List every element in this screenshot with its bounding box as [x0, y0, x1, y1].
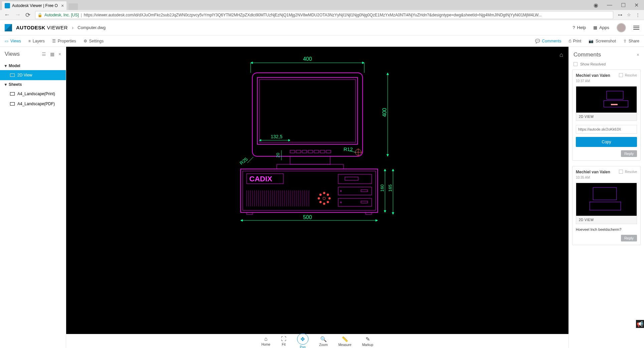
feedback-tab[interactable]: 📢 [636, 320, 644, 328]
comments-panel-title: Comments [573, 51, 601, 58]
nav-markup[interactable]: ✎Markup [362, 336, 373, 347]
layers-icon: ≡ [28, 39, 31, 43]
help-button[interactable]: ?Help [572, 25, 586, 30]
svg-text:CADIX: CADIX [249, 175, 272, 183]
tree-item-sheet-print[interactable]: A4_Landscape(Print) [0, 89, 66, 99]
maximize-icon[interactable]: ☐ [621, 2, 626, 8]
list-icon[interactable]: ☰ [42, 51, 46, 57]
checkbox-icon [573, 62, 577, 66]
svg-point-65 [323, 197, 326, 200]
svg-text:400: 400 [303, 56, 312, 62]
share-button[interactable]: ⇪Share [623, 39, 639, 43]
comment-time: 10:35 AM [576, 176, 610, 179]
key-icon[interactable]: ⊶ [618, 12, 622, 17]
svg-text:R25: R25 [238, 156, 248, 166]
settings-tab[interactable]: ⚙Settings [84, 39, 104, 43]
hamburger-menu-icon[interactable] [633, 26, 639, 30]
grid-icon[interactable]: ▦ [50, 51, 54, 57]
properties-tab[interactable]: ☰Properties [52, 39, 76, 43]
show-resolved-toggle[interactable]: Show Resolved [572, 61, 641, 69]
back-icon[interactable]: ← [4, 11, 10, 18]
nav-home[interactable]: ⌂Home [261, 336, 270, 346]
resolve-toggle[interactable]: Resolve [619, 73, 637, 77]
zoom-icon: 🔍 [320, 336, 327, 342]
svg-rect-15 [308, 150, 313, 153]
sheet-icon [10, 92, 15, 96]
copy-button[interactable]: Copy [576, 137, 637, 147]
autodesk-favicon [5, 3, 10, 8]
print-button[interactable]: ⎙Print [569, 39, 582, 43]
svg-point-70 [319, 194, 321, 196]
cad-drawing: 400 R12 132,5 R25 20 [201, 47, 434, 260]
svg-text:20: 20 [275, 153, 280, 158]
tree-group-model[interactable]: ▾ Model [0, 61, 66, 70]
comment-thumbnail[interactable] [576, 183, 637, 216]
breadcrumb-file[interactable]: Computer.dwg [78, 25, 106, 30]
apps-button[interactable]: ▦Apps [593, 25, 609, 30]
forward-icon[interactable]: → [15, 11, 21, 18]
comment-author: Mechiel van Valen [576, 170, 610, 174]
svg-point-73 [327, 201, 329, 203]
print-icon: ⎙ [569, 39, 571, 43]
nav-measure[interactable]: 📏Measure [338, 336, 351, 347]
reload-icon[interactable]: ⟳ [25, 11, 30, 19]
drawing-canvas[interactable]: ⌂ 400 R12 [66, 47, 568, 336]
brand: AUTODESK VIEWER [16, 25, 68, 30]
nav-pan[interactable]: ✥Pan [297, 333, 308, 348]
svg-point-78 [340, 190, 342, 192]
svg-point-72 [319, 201, 321, 203]
comment-thread: Mechiel van Valen 10:35 AM Resolve 2D VI… [572, 166, 641, 245]
home-icon: ⌂ [264, 336, 268, 342]
svg-rect-17 [320, 150, 325, 153]
minimize-icon[interactable]: — [607, 2, 612, 8]
avatar[interactable] [617, 23, 626, 32]
tree-group-sheets[interactable]: ▾ Sheets [0, 80, 66, 89]
browser-tab-strip: Autodesk Viewer | Free O × ◉ — ☐ ✕ [0, 0, 644, 10]
views-icon: ▭ [5, 39, 8, 43]
svg-rect-77 [361, 190, 368, 192]
screenshot-button[interactable]: 📷Screenshot [589, 39, 616, 43]
tree-item-sheet-pdf[interactable]: A4_Landscape(PDF) [0, 99, 66, 109]
svg-rect-80 [361, 201, 368, 203]
comment-caption: 2D VIEW [576, 113, 637, 121]
comment-thumbnail[interactable] [576, 86, 637, 113]
layers-tab[interactable]: ≡Layers [28, 39, 45, 43]
address-bar: ← → ⟳ 🔒 Autodesk, Inc. [US] | https://vi… [0, 10, 644, 20]
comments-tab[interactable]: 💬Comments [535, 39, 561, 43]
views-tab[interactable]: ▭Views [5, 39, 21, 43]
svg-rect-14 [302, 150, 307, 153]
nav-fit[interactable]: ⛶Fit [281, 336, 286, 346]
close-comments-icon[interactable]: × [637, 52, 639, 57]
share-link-input[interactable]: https://autode.sk/2oKk63X [576, 125, 637, 134]
url-input[interactable]: 🔒 Autodesk, Inc. [US] | https://viewer.a… [35, 11, 613, 19]
help-icon: ? [572, 25, 575, 30]
bottom-nav: ⌂Home ⛶Fit ✥Pan 🔍Zoom 📏Measure ✎Markup [66, 334, 568, 348]
home-view-icon[interactable]: ⌂ [559, 51, 563, 58]
comment-body: Hoeveel Inch beeldscherm? [576, 227, 637, 231]
browser-menu-icon[interactable]: ⋮ [636, 12, 640, 17]
tree-item-2d-view[interactable]: 2D View [0, 70, 66, 80]
nav-zoom[interactable]: 🔍Zoom [319, 336, 328, 347]
svg-point-69 [329, 197, 331, 199]
fit-icon: ⛶ [281, 336, 286, 342]
svg-point-67 [323, 203, 325, 205]
close-window-icon[interactable]: ✕ [634, 2, 639, 8]
reply-button[interactable]: Reply [621, 150, 637, 157]
svg-rect-75 [345, 177, 358, 180]
close-tab-icon[interactable]: × [61, 3, 64, 8]
lock-icon: 🔒 [37, 13, 42, 17]
account-icon[interactable]: ◉ [594, 2, 598, 8]
gear-icon: ⚙ [84, 39, 87, 43]
svg-text:160: 160 [380, 184, 385, 192]
markup-icon: ✎ [366, 336, 370, 342]
browser-tab[interactable]: Autodesk Viewer | Free O × [2, 1, 67, 10]
resolve-toggle[interactable]: Resolve [619, 170, 637, 174]
close-panel-icon[interactable]: × [58, 51, 61, 57]
svg-rect-6 [259, 79, 356, 142]
comment-caption: 2D VIEW [576, 216, 637, 224]
star-icon[interactable]: ☆ [627, 12, 631, 17]
share-icon: ⇪ [623, 39, 627, 43]
reply-button[interactable]: Reply [621, 235, 637, 241]
svg-rect-26 [277, 164, 344, 169]
new-tab-button[interactable] [69, 3, 78, 10]
